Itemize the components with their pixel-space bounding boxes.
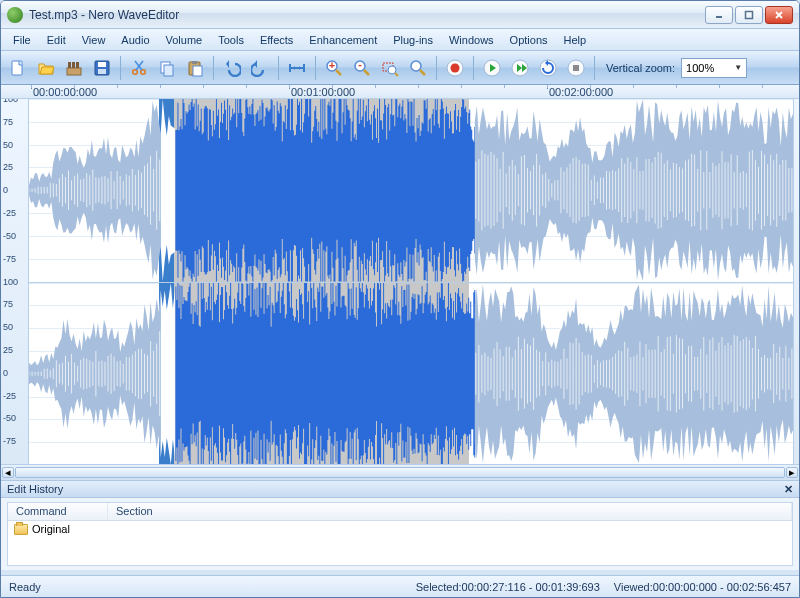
svg-point-34 — [451, 63, 460, 72]
toolbar-separator — [315, 56, 316, 80]
vertical-zoom-label: Vertical zoom: — [606, 62, 675, 74]
rewind-button[interactable] — [535, 55, 561, 81]
menu-windows[interactable]: Windows — [441, 31, 502, 49]
right-gutter — [793, 99, 799, 464]
play-button[interactable] — [479, 55, 505, 81]
minimize-button[interactable] — [705, 6, 733, 24]
waveform-svg — [29, 99, 799, 282]
redo-button[interactable] — [247, 55, 273, 81]
channel-right[interactable] — [29, 282, 799, 465]
menu-audio[interactable]: Audio — [113, 31, 157, 49]
new-file-button[interactable] — [5, 55, 31, 81]
toolbar-separator — [278, 56, 279, 80]
svg-rect-20 — [193, 66, 202, 76]
cut-button[interactable] — [126, 55, 152, 81]
status-selected: Selected:00:00:27:116 - 00:01:39:693 — [416, 581, 600, 593]
yaxis-label: 0 — [3, 368, 8, 378]
column-section[interactable]: Section — [108, 503, 792, 520]
record-button[interactable] — [442, 55, 468, 81]
toolbar-separator — [120, 56, 121, 80]
folder-icon — [14, 524, 28, 535]
yaxis-label: 25 — [3, 345, 13, 355]
toolbar-separator — [594, 56, 595, 80]
yaxis-label: 50 — [3, 140, 13, 150]
zoom-selection-button[interactable] — [377, 55, 403, 81]
copy-button[interactable] — [154, 55, 180, 81]
status-ready: Ready — [9, 581, 41, 593]
app-icon — [7, 7, 23, 23]
svg-rect-10 — [98, 62, 106, 67]
column-command[interactable]: Command — [8, 503, 108, 520]
svg-rect-19 — [192, 61, 197, 64]
stop-button[interactable] — [563, 55, 589, 81]
svg-rect-8 — [76, 62, 79, 68]
svg-rect-17 — [164, 65, 173, 76]
vertical-zoom-value: 100% — [686, 62, 714, 74]
yaxis-label: 100 — [3, 99, 18, 104]
yaxis-label: 0 — [3, 185, 8, 195]
svg-rect-7 — [72, 62, 75, 68]
menu-volume[interactable]: Volume — [158, 31, 211, 49]
yaxis-label: -50 — [3, 231, 16, 241]
svg-point-29 — [388, 66, 396, 74]
yaxis-label: -75 — [3, 436, 16, 446]
open-file-button[interactable] — [33, 55, 59, 81]
yaxis-label: -25 — [3, 208, 16, 218]
waveform-svg — [29, 283, 799, 465]
svg-point-31 — [411, 61, 421, 71]
edit-history-body: Command Section Original — [1, 498, 799, 570]
svg-line-26 — [364, 70, 369, 75]
vertical-zoom-select[interactable]: 100% ▼ — [681, 58, 747, 78]
svg-text:-: - — [358, 59, 362, 70]
yaxis-label: -25 — [3, 391, 16, 401]
svg-rect-39 — [573, 65, 579, 71]
time-ruler[interactable]: 00:00:00:000 00:01:00:000 00:02:00:000 — [1, 85, 799, 99]
play-loop-button[interactable] — [507, 55, 533, 81]
status-viewed: Viewed:00:00:00:000 - 00:02:56:457 — [614, 581, 791, 593]
close-button[interactable] — [765, 6, 793, 24]
status-bar: Ready Selected:00:00:27:116 - 00:01:39:6… — [1, 575, 799, 597]
toolbar-separator — [436, 56, 437, 80]
tick-label: 00:02:00:000 — [549, 86, 613, 98]
horizontal-scrollbar[interactable]: ◂ ▸ — [1, 464, 799, 480]
svg-rect-1 — [746, 11, 753, 18]
menu-enhancement[interactable]: Enhancement — [301, 31, 385, 49]
paste-button[interactable] — [182, 55, 208, 81]
channel-left[interactable] — [29, 99, 799, 282]
waveform-view[interactable]: 1007550250-25-50-751007550250-25-50-75 — [1, 99, 799, 464]
selection-span-button[interactable] — [284, 55, 310, 81]
menu-help[interactable]: Help — [556, 31, 595, 49]
yaxis-label: -75 — [3, 254, 16, 264]
tick-label: 00:00:00:000 — [33, 86, 97, 98]
save-button[interactable] — [89, 55, 115, 81]
panel-close-button[interactable]: ✕ — [784, 483, 793, 496]
zoom-in-button[interactable]: + — [321, 55, 347, 81]
scroll-right-button[interactable]: ▸ — [786, 467, 798, 478]
svg-line-32 — [420, 70, 425, 75]
library-button[interactable] — [61, 55, 87, 81]
menu-view[interactable]: View — [74, 31, 114, 49]
yaxis-label: 25 — [3, 162, 13, 172]
scroll-thumb[interactable] — [15, 467, 785, 478]
history-row[interactable]: Original — [8, 521, 792, 537]
svg-rect-5 — [67, 68, 81, 75]
scroll-left-button[interactable]: ◂ — [2, 467, 14, 478]
maximize-button[interactable] — [735, 6, 763, 24]
menu-options[interactable]: Options — [502, 31, 556, 49]
panel-title: Edit History — [7, 483, 63, 495]
undo-button[interactable] — [219, 55, 245, 81]
menu-edit[interactable]: Edit — [39, 31, 74, 49]
amplitude-axis: 1007550250-25-50-751007550250-25-50-75 — [1, 99, 29, 464]
history-list: Command Section Original — [7, 502, 793, 566]
title-bar: Test.mp3 - Nero WaveEditor — [1, 1, 799, 29]
svg-line-23 — [336, 70, 341, 75]
menu-tools[interactable]: Tools — [210, 31, 252, 49]
window-title: Test.mp3 - Nero WaveEditor — [29, 8, 705, 22]
menu-plugins[interactable]: Plug-ins — [385, 31, 441, 49]
menu-file[interactable]: File — [5, 31, 39, 49]
toolbar-separator — [213, 56, 214, 80]
yaxis-label: 75 — [3, 117, 13, 127]
zoom-full-button[interactable] — [405, 55, 431, 81]
zoom-out-button[interactable]: - — [349, 55, 375, 81]
menu-effects[interactable]: Effects — [252, 31, 301, 49]
